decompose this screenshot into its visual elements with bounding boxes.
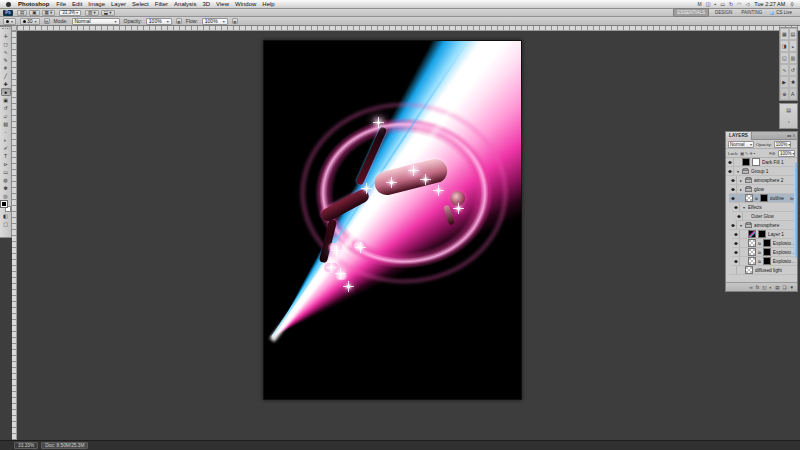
menu-item[interactable]: File	[56, 1, 66, 7]
delete-layer-icon[interactable]: ▼	[790, 285, 794, 290]
layer-blend-mode-select[interactable]: Normal▾	[728, 141, 754, 148]
document-canvas[interactable]	[263, 40, 522, 400]
menu-item[interactable]: Layer	[111, 1, 126, 7]
layer-name[interactable]: Dark Fill 1	[762, 160, 797, 165]
brush-preset-picker[interactable]: 30 ▾	[20, 18, 40, 25]
airbrush-toggle-button[interactable]: ◉	[232, 18, 238, 24]
visibility-toggle[interactable]	[730, 221, 737, 229]
menu-item[interactable]: Image	[88, 1, 105, 7]
layer-fill-select[interactable]: 100%▾	[778, 150, 795, 157]
appbar-button[interactable]: ▥ ▾	[85, 10, 99, 16]
layer-row[interactable]: ▾ ⧉ atmosphere	[729, 221, 797, 230]
layer-mask-thumbnail[interactable]	[748, 257, 756, 265]
layer-mask-white-thumbnail[interactable]	[752, 158, 760, 166]
channels-panel-icon[interactable]: ▥	[789, 52, 798, 64]
new-layer-icon[interactable]: ❏	[782, 285, 786, 290]
layer-name[interactable]: Explosion013	[773, 259, 797, 264]
layer-name[interactable]: atmosphere 2	[754, 178, 797, 183]
layer-row[interactable]: ⧉ Explosion01...	[732, 239, 797, 248]
brush-tool[interactable]: ●	[1, 88, 11, 96]
move-tool[interactable]: ✛	[1, 32, 11, 40]
link-layers-icon[interactable]: ∞	[750, 285, 753, 290]
hand-tool[interactable]: ✽	[1, 184, 11, 192]
layer-name[interactable]: Layer 1	[768, 232, 797, 237]
actions-panel-icon[interactable]: ▶	[780, 76, 789, 88]
layer-thumbnail-solid[interactable]	[763, 248, 771, 256]
layer-row[interactable]: ⧉ Layer 1	[732, 230, 797, 239]
visibility-toggle[interactable]	[730, 185, 737, 193]
panel-collapse-icon[interactable]: ◂◂	[787, 133, 791, 138]
layer-style-icon[interactable]: fx	[756, 285, 760, 290]
layer-row[interactable]: ▾ ⧉ Group 1	[726, 167, 797, 176]
workspace-chip[interactable]: DESIGN	[712, 9, 735, 16]
appbar-button[interactable]: ▦ ▾	[42, 10, 56, 16]
apple-menu-icon[interactable]	[6, 2, 11, 7]
disclosure-triangle-icon[interactable]: ▸	[739, 187, 743, 192]
menu-item[interactable]: Select	[132, 1, 149, 7]
disclosure-triangle-icon[interactable]: ▾	[736, 169, 740, 174]
blur-tool[interactable]: ◦	[1, 128, 11, 136]
disclosure-triangle-icon[interactable]: ▸	[739, 178, 743, 183]
gradient-tool[interactable]: ▨	[1, 120, 11, 128]
marquee-tool[interactable]: ◻	[1, 40, 11, 48]
workspace-chip[interactable]: ESSENTIALS	[673, 8, 709, 17]
layer-thumbnail-solid[interactable]	[758, 230, 766, 238]
tablet-opacity-button[interactable]: ◉	[176, 18, 182, 24]
layer-name[interactable]: Effects	[748, 205, 797, 210]
cs-live-button[interactable]: CS Live	[770, 10, 792, 15]
paths-panel-icon[interactable]: ∿	[780, 64, 789, 76]
visibility-toggle[interactable]	[733, 230, 740, 238]
visibility-toggle[interactable]	[733, 203, 740, 211]
appbar-button[interactable]: ▣	[29, 10, 39, 16]
lock-transparency-icon[interactable]: ▦	[740, 151, 744, 156]
blend-mode-select[interactable]: Normal▾	[72, 18, 120, 25]
layer-mask-icon[interactable]: ◱	[762, 285, 766, 290]
disclosure-triangle-icon[interactable]: ▾	[742, 205, 746, 210]
workspace-chip[interactable]: PAINTING	[738, 9, 765, 16]
doc-size-status-field[interactable]: Doc: 8.50M/25.3M	[41, 442, 88, 449]
color-panel-icon[interactable]: ▦	[780, 28, 789, 40]
layer-row[interactable]: ▸ ⧉ atmosphere 2	[729, 176, 797, 185]
adjustment-layer-icon[interactable]: ◐	[770, 285, 773, 290]
styles-panel-icon[interactable]: ◨	[780, 40, 789, 52]
zoom-level-dropdown[interactable]: 33.3%▾	[59, 10, 81, 16]
layer-name[interactable]: diffused light	[755, 268, 797, 273]
clone-stamp-tool[interactable]: ▣	[1, 96, 11, 104]
panel-menu-icon[interactable]: ≡	[793, 133, 795, 138]
layer-row[interactable]: ⧉ outline fx▾	[729, 194, 797, 203]
layer-row[interactable]: ⧉ Explosion013	[732, 257, 797, 266]
character-panel-icon[interactable]: A	[789, 88, 798, 100]
history-brush-tool[interactable]: ↺	[1, 104, 11, 112]
layer-thumbnail-solid[interactable]	[763, 239, 771, 247]
layer-row[interactable]: ⧉ Dark Fill 1	[726, 158, 797, 167]
histogram-panel-icon[interactable]: ◔	[780, 116, 797, 128]
layer-thumbnail-solid[interactable]	[760, 194, 768, 202]
layer-name[interactable]: Outer Glow	[751, 214, 797, 219]
menu-item[interactable]: 3D	[202, 1, 210, 7]
panel-grip[interactable]	[2, 28, 10, 31]
eraser-tool[interactable]: ▱	[1, 112, 11, 120]
pen-tool[interactable]: ✐	[1, 144, 11, 152]
dodge-tool[interactable]: ◐	[1, 136, 11, 144]
lock-paint-icon[interactable]: ✎	[745, 151, 748, 156]
zoom-status-field[interactable]: 33.33%	[14, 442, 38, 449]
quick-mask-button[interactable]: ◧	[1, 212, 11, 220]
tool-preset-picker[interactable]: ▾	[3, 18, 16, 25]
brush-panel-icon[interactable]: ✱	[789, 76, 798, 88]
history-panel-icon[interactable]: ↺	[789, 64, 798, 76]
menu-item[interactable]: Help	[262, 1, 274, 7]
disclosure-triangle-icon[interactable]: ▾	[739, 223, 743, 228]
layer-thumbnail-solid[interactable]	[763, 257, 771, 265]
lasso-tool[interactable]: ∿	[1, 48, 11, 56]
visibility-toggle[interactable]	[736, 212, 743, 220]
visibility-toggle[interactable]	[727, 167, 734, 175]
visibility-toggle[interactable]	[733, 239, 740, 247]
info-panel-icon[interactable]: ▤	[780, 104, 797, 116]
foreground-color-swatch[interactable]	[1, 201, 7, 207]
layer-row[interactable]: ▸ ⧉ glow	[729, 185, 797, 194]
visibility-toggle[interactable]	[733, 257, 740, 265]
adjustments-panel-icon[interactable]: ◒	[789, 40, 798, 52]
screen-mode-button[interactable]: ▢	[1, 220, 11, 228]
shape-tool[interactable]: ▭	[1, 168, 11, 176]
new-group-icon[interactable]: ▤	[775, 285, 779, 290]
